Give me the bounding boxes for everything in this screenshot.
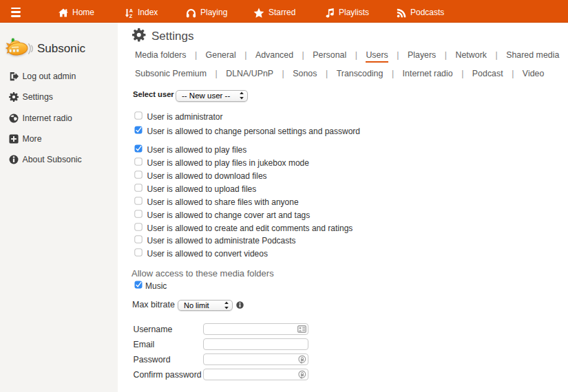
svg-text:Z: Z	[129, 12, 133, 18]
